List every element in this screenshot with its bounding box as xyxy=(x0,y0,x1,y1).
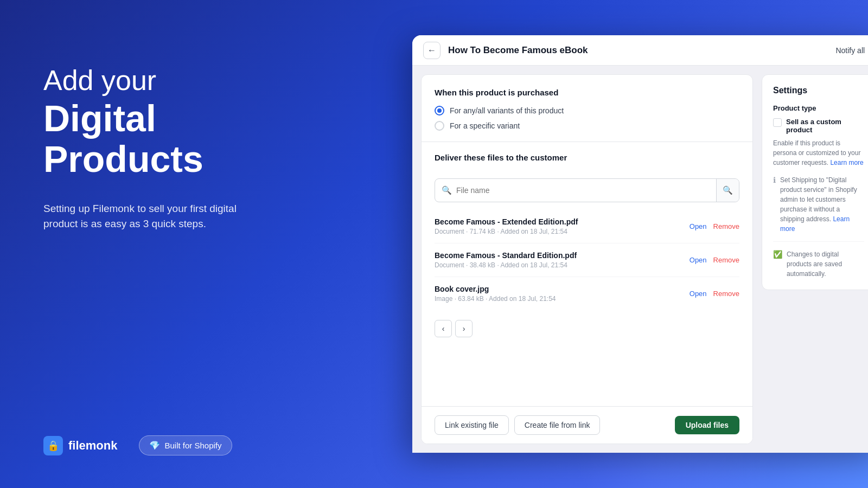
main-content: When this product is purchased For any/a… xyxy=(412,66,868,453)
settings-card: Settings Product type Sell as a custom p… xyxy=(762,74,868,290)
radio-group: For any/all variants of this product For… xyxy=(435,106,739,131)
headline-line23: Digital Products xyxy=(43,98,315,179)
radio-all-variants[interactable]: For any/all variants of this product xyxy=(435,106,739,115)
file-item-1: Become Famous - Extended Edition.pdf Doc… xyxy=(435,210,739,243)
file-meta-2: Document · 38.48 kB · Added on 18 Jul, 2… xyxy=(435,261,577,269)
shopify-badge: 💎 Built for Shopify xyxy=(139,435,232,455)
custom-product-info: Sell as a custom product xyxy=(786,118,864,134)
file-open-3[interactable]: Open xyxy=(690,290,707,298)
check-circle-icon: ✅ xyxy=(773,250,782,259)
pagination-next[interactable]: › xyxy=(455,320,473,337)
file-name-2: Become Famous - Standard Edition.pdf xyxy=(435,251,577,260)
file-list: Become Famous - Extended Edition.pdf Doc… xyxy=(435,210,739,310)
filemonk-logo: 🔒 filemonk xyxy=(43,436,117,455)
action-bar: Link existing file Create file from link… xyxy=(422,406,752,444)
file-meta-3: Image · 63.84 kB · Added on 18 Jul, 21:5… xyxy=(435,295,556,303)
deliver-section: Deliver these files to the customer 🔍 🔍 xyxy=(422,142,752,406)
filemonk-icon: 🔒 xyxy=(43,436,63,455)
search-button[interactable]: 🔍 xyxy=(716,179,739,202)
custom-product-desc: Enable if this product is persona or cus… xyxy=(773,138,864,168)
link-existing-button[interactable]: Link existing file xyxy=(435,415,509,435)
file-name-1: Become Famous - Extended Edition.pdf xyxy=(435,217,578,226)
file-actions-2: Open Remove xyxy=(690,256,739,264)
upload-files-button[interactable]: Upload files xyxy=(675,416,739,434)
file-item-3: Book cover.jpg Image · 63.84 kB · Added … xyxy=(435,277,739,310)
radio-specific-variant-label: For a specific variant xyxy=(450,121,520,130)
radio-all-variants-label: For any/all variants of this product xyxy=(450,106,564,115)
file-remove-2[interactable]: Remove xyxy=(713,256,739,264)
file-item-2: Become Famous - Standard Edition.pdf Doc… xyxy=(435,243,739,277)
top-bar: ← How To Become Famous eBook Notify all … xyxy=(412,35,868,66)
deliver-section-title: Deliver these files to the customer xyxy=(435,153,739,162)
file-open-1[interactable]: Open xyxy=(690,222,707,230)
info-text-block: Set Shipping to "Digital product service… xyxy=(780,175,864,234)
left-panel: Add your Digital Products Setting up Fil… xyxy=(43,65,315,265)
filemonk-name: filemonk xyxy=(68,439,117,453)
headline-line1: Add your xyxy=(43,65,315,96)
pagination-prev[interactable]: ‹ xyxy=(435,320,452,337)
file-name-3: Book cover.jpg xyxy=(435,285,556,293)
file-open-2[interactable]: Open xyxy=(690,256,707,264)
left-card: When this product is purchased For any/a… xyxy=(421,74,753,444)
file-info-1: Become Famous - Extended Edition.pdf Doc… xyxy=(435,217,578,235)
search-bar: 🔍 🔍 xyxy=(435,178,739,202)
auto-save-row: ✅ Changes to digital products are saved … xyxy=(773,241,864,279)
auto-save-text: Changes to digital products are saved au… xyxy=(787,249,864,279)
file-actions-3: Open Remove xyxy=(690,290,739,298)
shopify-badge-label: Built for Shopify xyxy=(164,441,221,450)
headline-products: Products xyxy=(43,138,203,179)
back-icon: ← xyxy=(427,46,436,55)
pagination: ‹ › xyxy=(435,320,739,337)
info-icon: ℹ xyxy=(773,176,776,184)
purchase-section-title: When this product is purchased xyxy=(435,88,739,97)
info-row: ℹ Set Shipping to "Digital product servi… xyxy=(773,175,864,234)
headline-digital: Digital xyxy=(43,98,156,139)
search-input-wrapper: 🔍 xyxy=(435,181,716,200)
notify-all-link[interactable]: Notify all ↗ xyxy=(835,46,868,55)
back-button[interactable]: ← xyxy=(423,42,441,59)
purchase-section: When this product is purchased For any/a… xyxy=(422,75,752,142)
file-remove-3[interactable]: Remove xyxy=(713,290,739,298)
create-from-link-button[interactable]: Create file from link xyxy=(514,415,601,435)
right-panel: Settings Product type Sell as a custom p… xyxy=(762,74,868,444)
radio-specific-variant[interactable]: For a specific variant xyxy=(435,121,739,131)
search-btn-icon: 🔍 xyxy=(723,185,733,195)
search-icon: 🔍 xyxy=(442,185,452,195)
custom-product-checkbox[interactable] xyxy=(773,118,782,127)
app-window: ← How To Become Famous eBook Notify all … xyxy=(412,35,868,453)
file-search-input[interactable] xyxy=(456,181,710,200)
top-bar-left: ← How To Become Famous eBook xyxy=(423,42,588,59)
file-remove-1[interactable]: Remove xyxy=(713,222,739,230)
radio-all-variants-circle xyxy=(435,106,444,115)
file-actions-1: Open Remove xyxy=(690,222,739,230)
subtitle-text: Setting up Filemonk to sell your first d… xyxy=(43,201,271,232)
file-meta-1: Document · 71.74 kB · Added on 18 Jul, 2… xyxy=(435,228,578,235)
page-title: How To Become Famous eBook xyxy=(448,45,588,56)
file-info-2: Become Famous - Standard Edition.pdf Doc… xyxy=(435,251,577,269)
custom-product-row: Sell as a custom product xyxy=(773,118,864,134)
bottom-bar: 🔒 filemonk 💎 Built for Shopify xyxy=(43,435,232,455)
settings-title: Settings xyxy=(773,86,864,95)
product-type-title: Product type xyxy=(773,104,864,112)
file-info-3: Book cover.jpg Image · 63.84 kB · Added … xyxy=(435,285,556,303)
radio-specific-variant-circle xyxy=(435,121,444,131)
custom-product-label: Sell as a custom product xyxy=(786,118,864,134)
learn-more-1[interactable]: Learn more xyxy=(830,159,863,166)
shopify-gem-icon: 💎 xyxy=(149,440,160,451)
